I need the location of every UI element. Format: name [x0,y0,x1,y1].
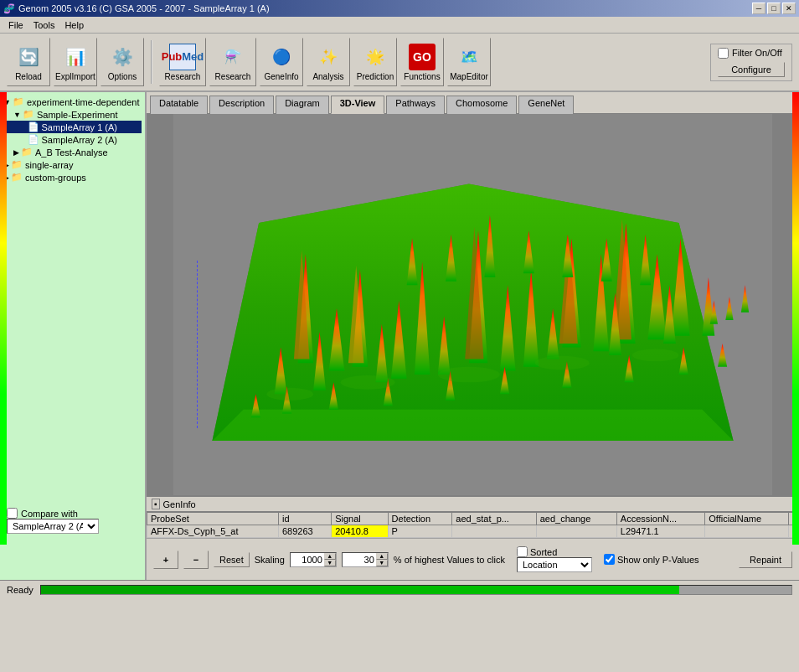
options-button[interactable]: ⚙️ Options [101,38,144,86]
reload-button[interactable]: 🔄 Reload [7,38,50,86]
reload-label: Reload [15,72,42,81]
svg-point-52 [438,367,500,383]
compare-label: Compare with [21,509,78,519]
toolbar-separator-1 [151,40,152,84]
functions-button[interactable]: GO Functions [400,38,444,86]
skaling-up[interactable]: ▲ [324,553,336,560]
num-down[interactable]: ▼ [376,560,388,566]
main-area: ▼ 📁 experiment-time-dependent ▼ 📁 Sample… [0,92,799,580]
mapeditor-label: MapEditor [450,72,488,81]
explimport-icon: 📊 [62,44,89,70]
explimport-label: ExplImport [55,72,95,81]
3d-landscape [147,114,799,495]
skaling-input: ▲ ▼ [290,552,337,567]
sidebar-item-label: SampleArray 2 (A) [42,135,117,145]
filter-label: Filter On/Off [732,48,782,58]
sidebar-item-label: custom-groups [25,173,86,183]
num-value[interactable] [343,554,376,566]
menubar: File Tools Help [0,17,799,34]
cell-accession: L29471.1 [616,525,704,538]
spacer [23,123,26,132]
show-pvalues-label: Show only P-Values [617,555,699,565]
compare-row: Compare with [7,508,138,519]
tab-genenet[interactable]: GeneNet [518,96,574,114]
tab-3dview[interactable]: 3D-View [331,96,385,114]
analysis-label: Analysis [312,72,343,81]
app-icon: 🧬 [3,3,15,14]
tab-description[interactable]: Description [209,96,274,114]
compare-dropdown[interactable]: SampleArray 2 (A) [7,519,99,534]
functions-label: Functions [404,72,440,81]
bottombar: + − Reset Skaling ▲ ▼ ▲ ▼ % of hi [147,538,799,580]
col-signal: Signal [332,513,388,525]
sidebar-item-sample-experiment[interactable]: ▼ 📁 Sample-Experiment [3,108,142,121]
sidebar-item-label: A_B Test-Analyse [35,147,108,158]
medresearch-button[interactable]: ⚗️ Research [209,38,256,86]
location-dropdown[interactable]: Location [517,557,592,572]
menu-tools[interactable]: Tools [28,18,60,32]
content-area: Datatable Description Diagram 3D-View Pa… [147,92,799,580]
col-detection: Detection [388,513,452,525]
prediction-icon: 🌟 [362,44,389,70]
pubmed-label: Research [165,72,201,81]
status-text: Ready [7,585,34,595]
geneinfo-button[interactable]: 🔵 GeneInfo [260,38,303,86]
skaling-down[interactable]: ▼ [324,560,336,566]
sidebar-item-ab-test[interactable]: ▶ 📁 A_B Test-Analyse [3,146,142,158]
geninfo-table: ProbeSet id Signal Detection aed_stat_p.… [147,512,799,538]
3d-view[interactable] [147,114,799,495]
maximize-button[interactable]: □ [767,3,781,14]
geninfo-minimize[interactable]: ▪ [152,499,160,509]
geninfo-row[interactable]: AFFX-Ds_Cyph_5_at 689263 20410.8 P L2947… [147,525,799,538]
prediction-label: Prediction [357,72,394,81]
pubmed-icon: Pub Med [169,44,196,70]
cell-detection: P [388,525,452,538]
skaling-value[interactable] [291,554,324,566]
repaint-button[interactable]: Repaint [739,551,792,568]
skaling-label: Skaling [255,555,285,565]
sorted-checkbox[interactable] [517,546,528,557]
tab-diagram[interactable]: Diagram [276,96,329,114]
mapeditor-button[interactable]: 🗺️ MapEditor [447,38,491,86]
zoom-out-button[interactable]: − [183,551,209,569]
tab-datatable[interactable]: Datatable [150,96,208,114]
analysis-button[interactable]: ✨ Analysis [307,38,350,86]
geneinfo-label: GeneInfo [264,72,298,81]
sidebar-item-label: Sample-Experiment [37,110,118,120]
zoom-in-button[interactable]: + [153,551,178,569]
pubmed-button[interactable]: Pub Med Research [159,38,206,86]
prediction-button[interactable]: 🌟 Prediction [353,38,397,86]
reset-button[interactable]: Reset [214,552,250,567]
sidebar-item-samplearray1[interactable]: 📄 SampleArray 1 (A) [3,121,142,133]
filter-checkbox[interactable] [718,48,729,59]
compare-checkbox[interactable] [7,508,18,519]
sidebar-item-experiment[interactable]: ▼ 📁 experiment-time-dependent [3,96,142,108]
sidebar-item-samplearray2[interactable]: 📄 SampleArray 2 (A) [3,133,142,146]
tab-pathways[interactable]: Pathways [386,96,445,114]
col-accession: AccessionN... [616,513,704,525]
svg-point-54 [632,349,679,361]
progress-fill [41,586,679,594]
folder-icon: 📁 [23,109,34,120]
explimport-button[interactable]: 📊 ExplImport [54,38,97,86]
num-up[interactable]: ▲ [376,553,388,560]
sidebar-item-single-array[interactable]: ▶ 📁 single-array [3,158,142,171]
geninfo-panel: ▪ GenInfo ProbeSet id Signal Detection a… [147,495,799,538]
file-icon: 📄 [28,134,39,145]
cell-signal: 20410.8 [332,525,388,538]
titlebar-controls[interactable]: ─ □ ✕ [752,3,796,14]
tab-chomosome[interactable]: Chomosome [446,96,517,114]
minimize-button[interactable]: ─ [752,3,765,14]
svg-point-50 [266,388,313,401]
progress-bar [40,585,792,595]
reload-icon: 🔄 [15,44,42,70]
menu-file[interactable]: File [3,18,28,32]
configure-button[interactable]: Configure [718,62,785,77]
menu-help[interactable]: Help [59,18,89,32]
analysis-icon: ✨ [315,44,342,70]
sidebar-item-custom-groups[interactable]: ▶ 📁 custom-groups [3,171,142,184]
close-button[interactable]: ✕ [782,3,796,14]
folder-icon: 📁 [11,172,23,183]
titlebar: 🧬 Genom 2005 v3.16 (C) GSA 2005 - 2007 -… [0,0,799,17]
show-pvalues-checkbox[interactable] [604,554,615,565]
